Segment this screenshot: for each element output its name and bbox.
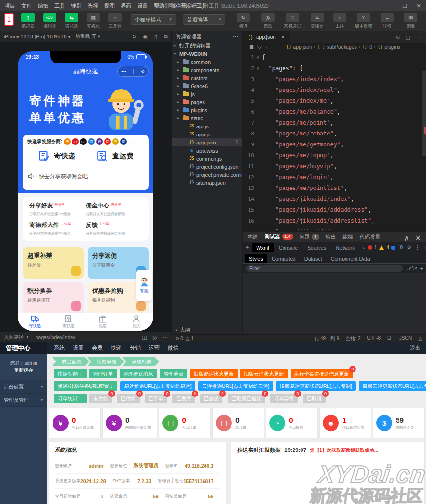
- menu-item[interactable]: 视图: [104, 2, 115, 9]
- dock-icon[interactable]: ⊡: [424, 244, 426, 251]
- breadcrumb-part[interactable]: app.json: [293, 44, 312, 50]
- code-line[interactable]: 13 "pages/me/pointlist",: [243, 183, 426, 194]
- tree-item-api.js[interactable]: JSapi.js: [172, 122, 242, 130]
- cls-toggle[interactable]: .cls: [406, 266, 417, 271]
- home-icon[interactable]: ⊙: [141, 69, 144, 74]
- order-status-button[interactable]: 已下单0: [145, 394, 168, 403]
- alert-icon[interactable]: △: [418, 336, 422, 341]
- sidebar-menu-item[interactable]: 后台设置▼: [0, 380, 47, 394]
- inspector-tab[interactable]: Styles: [245, 254, 267, 263]
- code-line[interactable]: 1∨{: [243, 52, 426, 63]
- outline-section[interactable]: ▸ 大纲: [172, 325, 242, 334]
- more-icon[interactable]: •••: [121, 69, 126, 74]
- statusbar-item[interactable]: JSON: [399, 335, 412, 342]
- filter-input[interactable]: Filter: [246, 265, 403, 272]
- quick-action-button[interactable]: 旧版易达状态更新: [190, 369, 238, 378]
- tree-item-js[interactable]: ▸js: [172, 90, 242, 98]
- toolbar-action-button[interactable]: ↑ 上传: [329, 13, 350, 29]
- tree-item-components[interactable]: ▸components: [172, 66, 242, 74]
- admin-nav-item[interactable]: 会员: [92, 344, 103, 351]
- refresh-cache-button[interactable]: 更新缓存: [0, 367, 47, 374]
- tree-item-plugins[interactable]: ▸plugins: [172, 106, 242, 114]
- admin-nav-item[interactable]: 系统: [54, 344, 65, 351]
- account-badge[interactable]: 1: [4, 13, 14, 26]
- tree-item-sitemap.json[interactable]: {}sitemap.json: [172, 179, 242, 187]
- admin-nav-item[interactable]: 微信: [168, 344, 178, 351]
- tree-item-[interactable]: ▸打开的编辑器: [172, 42, 242, 50]
- debug-tab[interactable]: 终端: [343, 234, 353, 241]
- toolbar-action-button[interactable]: ✉ 消息: [400, 13, 421, 29]
- code-line[interactable]: 3 "pages/index/index",: [243, 74, 426, 85]
- order-status-button[interactable]: 订单异常0: [270, 394, 298, 403]
- tree-item-app.json[interactable]: {}app.json1: [172, 138, 242, 146]
- devtools-tab[interactable]: Wxml: [252, 243, 274, 252]
- tree-item-MP-WEIXIN[interactable]: ▾MP-WEIXIN: [172, 50, 242, 58]
- toolbar-action-button[interactable]: ↻ 编译: [233, 13, 254, 29]
- menu-item[interactable]: 项目: [5, 2, 15, 9]
- code-line[interactable]: 7 "pages/me/point",: [243, 117, 426, 128]
- share-menu-item[interactable]: 寄德邦大件去分享 分享好友寄快递赚7%佣金: [29, 221, 86, 236]
- inspect-element-icon[interactable]: ⌖: [246, 244, 249, 251]
- inspector-tab[interactable]: Computed: [267, 254, 300, 263]
- quick-action-button[interactable]: 管理订单: [89, 369, 117, 378]
- toolbar-action-button[interactable]: ▯ 真机调试: [282, 13, 303, 29]
- statusbar-item[interactable]: UTF-8: [367, 335, 381, 342]
- code-line[interactable]: 10 "pages/me/topup",: [243, 150, 426, 161]
- send-express-button[interactable]: 寄快递: [27, 150, 86, 162]
- gear-icon[interactable]: ⚙: [407, 244, 411, 251]
- code-area[interactable]: 1∨{2∨ "pages": [3 "pages/index/index",4 …: [243, 51, 426, 230]
- statusbar-item[interactable]: 行 49，列 9: [314, 335, 339, 342]
- order-status-button[interactable]: 未付款0: [89, 394, 112, 403]
- simulator-tool-icon[interactable]: ↻: [132, 34, 136, 40]
- code-line[interactable]: 6 "pages/me/balance",: [243, 107, 426, 117]
- tree-item-Grace6[interactable]: ▸Grace6: [172, 82, 242, 90]
- tree-item-custom[interactable]: ▸custom: [172, 74, 242, 82]
- tree-item-project.config.json[interactable]: {}project.config.json: [172, 162, 242, 171]
- code-line[interactable]: 15 "pages/jikuaidi/addaddress",: [243, 205, 426, 216]
- simulator-tool-icon[interactable]: ▯: [154, 34, 157, 40]
- customer-service-button[interactable]: 客服: [136, 270, 152, 301]
- code-line[interactable]: 9 "pages/me/getmoney",: [243, 139, 426, 150]
- logout-button[interactable]: 退出: [410, 344, 420, 351]
- url-copy-button[interactable]: 旧版易达更新状态URL[点击复制]: [276, 381, 356, 391]
- order-status-button[interactable]: 已取消已退款0: [228, 394, 265, 403]
- code-line[interactable]: 16 "pages/jikuaidi/addresslist",: [243, 216, 426, 226]
- inspector-tab[interactable]: Dataset: [300, 254, 327, 263]
- editor-action-icon[interactable]: ⋯: [416, 34, 421, 40]
- close-tab-icon[interactable]: ✕: [281, 34, 285, 40]
- devtools-tab[interactable]: Console: [275, 243, 302, 252]
- quick-action-button[interactable]: 管理会员: [160, 369, 187, 378]
- menu-item[interactable]: 选择: [88, 2, 98, 9]
- tree-item-static[interactable]: ▸static: [172, 114, 242, 122]
- minimize-button[interactable]: ─: [383, 3, 398, 9]
- code-line[interactable]: 4 "pages/index/weal",: [243, 85, 426, 96]
- toolbar-action-button[interactable]: ◎ 预览: [257, 13, 278, 29]
- toolbar-tool-button[interactable]: ▯ 模拟器: [19, 13, 37, 29]
- collapse-icon[interactable]: ∧: [404, 234, 409, 243]
- code-line[interactable]: 11 "pages/me/buyvip",: [243, 161, 426, 172]
- close-button[interactable]: ✕: [412, 3, 426, 9]
- order-status-button[interactable]: 已签收0: [200, 394, 223, 403]
- tree-item-pages[interactable]: ▸pages: [172, 98, 242, 106]
- devtools-tab[interactable]: Network: [331, 243, 359, 252]
- more-tabs-icon[interactable]: »: [362, 245, 365, 251]
- devtools-tab[interactable]: Sources: [303, 243, 330, 252]
- order-status-button[interactable]: 已取消0: [303, 394, 326, 403]
- editor-tab-appjson[interactable]: {} app.json ✕: [243, 31, 290, 43]
- editor-action-icon[interactable]: ◫: [406, 34, 410, 40]
- path-tool-icon[interactable]: ◫: [142, 334, 147, 340]
- url-copy-button[interactable]: 旧版云洋更新状态URL[点击复制]: [359, 381, 426, 391]
- problems-summary[interactable]: ⊗ 0 △ 1: [175, 336, 194, 341]
- breadcrumb-part[interactable]: subPackages: [327, 44, 357, 50]
- breadcrumb-step[interactable]: 待办事项: [87, 357, 124, 366]
- code-line[interactable]: 14 "pages/jikuaidi/index",: [243, 194, 426, 205]
- menu-item[interactable]: 设置: [137, 2, 148, 9]
- menu-item[interactable]: 微信开发者工具: [170, 2, 207, 9]
- editor-action-icon[interactable]: ⧉: [396, 34, 400, 40]
- more-carriers-icon[interactable]: ⋯: [129, 139, 133, 144]
- feature-card[interactable]: 积分换券 越用越便宜: [23, 282, 84, 314]
- feature-card[interactable]: 超重补差 补差价: [23, 247, 84, 279]
- hot-reload-toggle[interactable]: 热重载 开 ▾: [75, 33, 100, 40]
- check-fee-button[interactable]: 查运费: [86, 150, 144, 162]
- code-line[interactable]: 5 "pages/index/me",: [243, 96, 426, 107]
